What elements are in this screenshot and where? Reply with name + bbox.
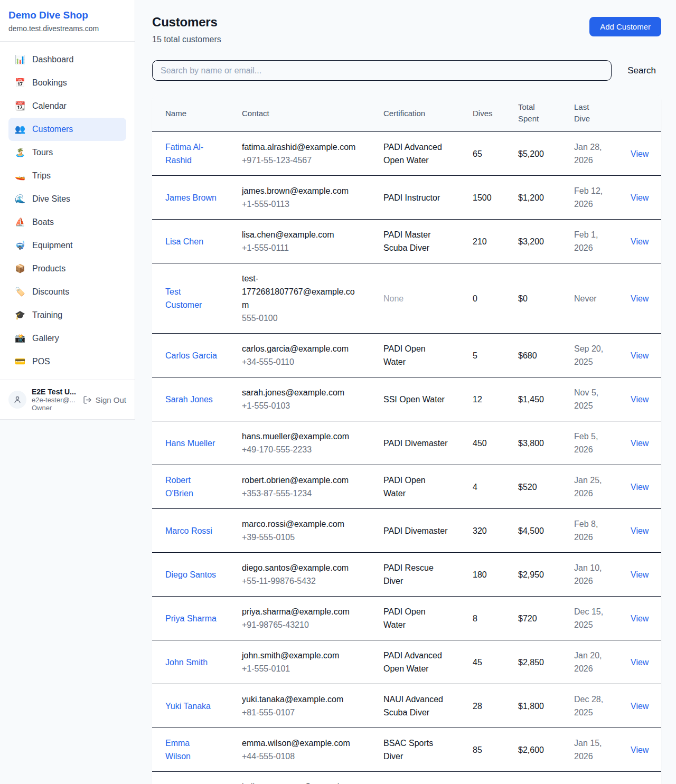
customer-name-link[interactable]: Lisa Chen (165, 237, 203, 246)
customer-total-spent: $680 (505, 334, 561, 377)
customer-phone: +91-98765-43210 (242, 618, 360, 631)
sidebar-item-tours[interactable]: 🏝️ Tours (8, 141, 126, 164)
customer-total-spent: $2,600 (505, 728, 561, 772)
view-link[interactable]: View (631, 439, 649, 448)
view-link[interactable]: View (631, 294, 649, 303)
customer-email: john.smith@example.com (242, 649, 360, 662)
customer-phone: +353-87-555-1234 (242, 487, 360, 500)
customer-name-link[interactable]: Priya Sharma (165, 614, 217, 623)
view-link[interactable]: View (631, 614, 649, 623)
view-link[interactable]: View (631, 745, 649, 754)
shop-header: Demo Dive Shop demo.test.divestreams.com (0, 0, 135, 42)
sidebar-item-bookings[interactable]: 📅 Bookings (8, 71, 126, 95)
customer-total-spent: $2,100 (505, 772, 561, 784)
customer-certification: PADI Instructor (370, 176, 459, 220)
customer-last-dive: Feb 12, 2026 (561, 176, 617, 220)
table-row: Carlos Garcia carlos.garcia@example.com … (152, 334, 661, 377)
customer-certification: PADI Master Scuba Diver (370, 220, 459, 263)
table-row: Diego Santos diego.santos@example.com +5… (152, 553, 661, 597)
customer-last-dive: Jan 25, 2026 (561, 465, 617, 509)
customer-email: keiko.yamamoto@example.com (242, 780, 360, 784)
customer-certification: BSAC Sports Diver (370, 728, 459, 772)
customer-last-dive: Sep 20, 2025 (561, 334, 617, 377)
page-subtitle: 15 total customers (152, 35, 221, 44)
sidebar-item-dashboard[interactable]: 📊 Dashboard (8, 48, 126, 71)
sidebar-item-customers[interactable]: 👥 Customers (8, 118, 126, 141)
sign-out-button[interactable]: Sign Out (83, 395, 126, 404)
customer-phone: +44-555-0108 (242, 750, 360, 763)
sidebar-item-equipment[interactable]: 🤿 Equipment (8, 234, 126, 257)
table-header-row: NameContactCertificationDivesTotal Spent… (152, 95, 661, 132)
view-link[interactable]: View (631, 658, 649, 667)
view-link[interactable]: View (631, 483, 649, 492)
calendar-icon: 📆 (15, 100, 25, 112)
sidebar-item-products[interactable]: 📦 Products (8, 257, 126, 280)
customer-dives: 320 (459, 509, 505, 553)
table-row: Lisa Chen lisa.chen@example.com +1-555-0… (152, 220, 661, 263)
sign-out-icon (83, 395, 92, 404)
table-row: Marco Rossi marco.rossi@example.com +39-… (152, 509, 661, 553)
customer-email: fatima.alrashid@example.com (242, 140, 360, 154)
view-link[interactable]: View (631, 193, 649, 202)
view-link[interactable]: View (631, 526, 649, 535)
avatar (8, 391, 26, 409)
view-link[interactable]: View (631, 570, 649, 579)
gallery-icon: 📸 (15, 332, 25, 345)
column-header-contact: Contact (229, 95, 370, 132)
customer-email: diego.santos@example.com (242, 561, 360, 574)
column-header-last-dive: Last Dive (561, 95, 617, 132)
table-row: Priya Sharma priya.sharma@example.com +9… (152, 597, 661, 640)
sidebar-item-training[interactable]: 🎓 Training (8, 304, 126, 327)
sidebar-item-trips[interactable]: 🚤 Trips (8, 164, 126, 187)
customer-name-link[interactable]: Emma Wilson (165, 739, 191, 761)
customer-total-spent: $1,800 (505, 684, 561, 728)
search-input[interactable] (152, 60, 612, 81)
sidebar-item-label: Products (32, 262, 65, 275)
customer-phone: +55-11-99876-5432 (242, 574, 360, 588)
pos-icon: 💳 (15, 355, 25, 368)
customer-phone: +34-555-0110 (242, 355, 360, 369)
customer-name-link[interactable]: Robert O'Brien (165, 476, 193, 498)
customer-name-link[interactable]: Sarah Jones (165, 395, 213, 404)
page-header: Customers 15 total customers Add Custome… (152, 15, 661, 44)
add-customer-button[interactable]: Add Customer (589, 17, 661, 36)
sidebar-item-dive-sites[interactable]: 🌊 Dive Sites (8, 187, 126, 211)
table-row: Test Customer test-1772681807767@example… (152, 263, 661, 334)
customer-name-link[interactable]: Test Customer (165, 287, 202, 309)
search-row: Search (152, 60, 661, 81)
customer-phone: +1-555-0103 (242, 399, 360, 412)
customer-certification: SSI Open Water (370, 377, 459, 421)
sidebar-item-calendar[interactable]: 📆 Calendar (8, 95, 126, 118)
customer-name-link[interactable]: Yuki Tanaka (165, 702, 211, 711)
view-link[interactable]: View (631, 395, 649, 404)
sidebar-item-boats[interactable]: ⛵ Boats (8, 211, 126, 234)
customer-email: emma.wilson@example.com (242, 736, 360, 750)
sign-out-label: Sign Out (96, 395, 126, 404)
search-button[interactable]: Search (622, 65, 661, 76)
customer-dives: 1500 (459, 176, 505, 220)
customer-phone: +1-555-0113 (242, 197, 360, 211)
customer-name-link[interactable]: Carlos Garcia (165, 351, 217, 360)
view-link[interactable]: View (631, 702, 649, 711)
sidebar-item-gallery[interactable]: 📸 Gallery (8, 327, 126, 350)
view-link[interactable]: View (631, 351, 649, 360)
sidebar-item-discounts[interactable]: 🏷️ Discounts (8, 280, 126, 304)
boats-icon: ⛵ (15, 216, 25, 229)
customer-phone: +39-555-0105 (242, 531, 360, 544)
view-link[interactable]: View (631, 237, 649, 246)
customer-name-link[interactable]: Marco Rossi (165, 526, 212, 535)
customer-dives: 95 (459, 772, 505, 784)
view-link[interactable]: View (631, 149, 649, 158)
customers-table: NameContactCertificationDivesTotal Spent… (152, 95, 661, 784)
customer-name-link[interactable]: Diego Santos (165, 570, 216, 579)
customer-name-link[interactable]: Fatima Al-Rashid (165, 143, 203, 165)
sidebar-item-pos[interactable]: 💳 POS (8, 350, 126, 373)
customer-name-link[interactable]: James Brown (165, 193, 217, 202)
customer-name-link[interactable]: Hans Mueller (165, 439, 215, 448)
customer-total-spent: $1,450 (505, 377, 561, 421)
user-name: E2E Test U... (32, 388, 78, 396)
customer-dives: 65 (459, 132, 505, 176)
sidebar-item-label: Discounts (32, 286, 69, 298)
customer-name-link[interactable]: John Smith (165, 658, 208, 667)
column-header-total-spent: Total Spent (505, 95, 561, 132)
